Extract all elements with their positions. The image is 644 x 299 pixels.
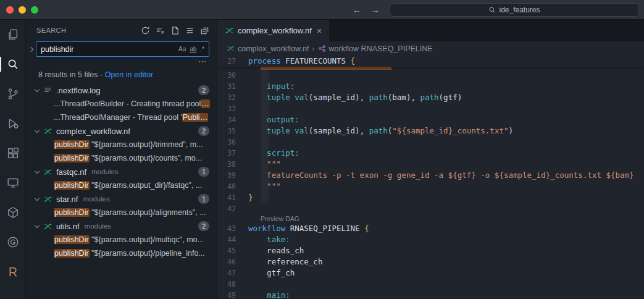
match-count-badge: 1 (198, 167, 209, 177)
remote-explorer-icon[interactable] (6, 175, 20, 190)
search-match-row[interactable]: ...ThreadPoolBuilder - Creating thread p… (26, 97, 217, 111)
toggle-replace-chevron[interactable] (28, 46, 33, 51)
match-highlight: publishDir (54, 140, 90, 149)
code-text: """ (248, 181, 281, 192)
search-match-row[interactable]: publishDir "${params.output}/alignments"… (26, 206, 217, 219)
explorer-icon[interactable] (6, 27, 20, 42)
collapse-all-icon[interactable] (200, 26, 209, 35)
match-count-badge: 2 (198, 126, 209, 136)
close-window-button[interactable] (6, 6, 14, 14)
new-search-editor-icon[interactable] (170, 26, 180, 35)
search-controls: Aa ab .* (26, 41, 217, 57)
match-post-text: "${params.output}/alignments", ... (90, 208, 206, 217)
code-line: 31 input: (217, 81, 644, 92)
sticky-scroll-line[interactable]: 27 process FEATURECOUNTS { (217, 56, 644, 67)
code-text: reads_ch (248, 245, 304, 256)
code-text: take: (248, 234, 290, 245)
source-control-icon[interactable] (6, 86, 20, 101)
regex-toggle[interactable]: .* (198, 45, 206, 53)
code-line: 49 main: (217, 290, 644, 299)
nextflow-file-icon (43, 194, 52, 204)
whole-word-toggle[interactable]: ab (188, 45, 198, 53)
search-match-row[interactable]: publishDir "${params.output}/multiqc", m… (26, 233, 217, 246)
vscode-window: ← → ide_features SEARCH Aa ab .* (0, 0, 644, 299)
search-match-row[interactable]: publishDir "${params.output}/trimmed", m… (26, 138, 217, 151)
twisty-icon[interactable] (35, 86, 40, 91)
match-pre-text: ...ThreadPoolBuilder - Creating thread p… (54, 99, 201, 108)
tab-bar: complex_workflow.nf × (217, 20, 644, 41)
line-number: 27 (217, 56, 248, 67)
search-result-file[interactable]: utils.nfmodules2 (26, 219, 217, 233)
extensions-icon[interactable] (6, 146, 20, 161)
view-as-list-icon[interactable] (185, 26, 194, 35)
zoom-window-button[interactable] (31, 6, 38, 14)
search-result-file[interactable]: complex_workflow.nf2 (26, 124, 217, 138)
code-line: 42 (217, 203, 644, 214)
twisty-icon[interactable] (35, 127, 40, 132)
breadcrumb-separator: › (312, 44, 314, 53)
code-text: output: (248, 114, 299, 125)
navigate-back-button[interactable]: ← (353, 5, 361, 15)
close-tab-button[interactable]: × (316, 26, 323, 36)
workflow-symbol-icon (318, 44, 326, 53)
file-folder-label: modules (83, 195, 109, 203)
file-name: .nextflow.log (56, 86, 101, 95)
line-number: 38 (217, 159, 248, 170)
r-language-icon[interactable] (6, 264, 20, 279)
twisty-icon[interactable] (35, 168, 40, 173)
search-match-row[interactable]: ...ThreadPoolManager - Thread pool 'Publ… (26, 111, 217, 124)
line-number: 37 (217, 148, 248, 159)
search-input[interactable] (41, 45, 177, 54)
navigate-forward-button[interactable]: → (371, 5, 380, 15)
twisty-icon[interactable] (35, 195, 40, 200)
window-controls (6, 6, 38, 14)
line-number: 35 (217, 125, 248, 137)
codelens-preview-dag[interactable]: Preview DAG (217, 214, 644, 223)
code-line: 33 (217, 103, 644, 114)
code-text: """ (248, 159, 281, 170)
code-text: workflow RNASEQ_PIPELINE { (248, 223, 369, 234)
search-icon[interactable] (6, 57, 20, 72)
match-case-toggle[interactable]: Aa (177, 45, 188, 53)
code-line: 44 take: (217, 234, 644, 245)
refresh-icon[interactable] (141, 26, 150, 35)
history-navigation: ← → (353, 5, 380, 15)
command-center-search[interactable]: ide_features (390, 3, 639, 17)
search-result-file[interactable]: fastqc.nfmodules1 (26, 165, 217, 179)
sidebar-title: SEARCH (36, 27, 66, 34)
toggle-search-details[interactable]: ⋯ (198, 59, 206, 66)
minimize-window-button[interactable] (19, 6, 26, 14)
search-result-file[interactable]: .nextflow.log2 (26, 83, 217, 97)
match-post-text: "${params.output}/multiqc", mo... (90, 235, 204, 244)
search-match-row[interactable]: publishDir "${params.output}/pipeline_in… (26, 246, 217, 260)
match-highlight: publishDir (54, 208, 90, 217)
match-highlight: … (201, 99, 210, 108)
search-match-row[interactable]: publishDir "${params.output}/counts", mo… (26, 151, 217, 165)
line-number: 42 (217, 203, 248, 214)
line-number: 33 (217, 103, 248, 114)
search-result-file[interactable]: star.nfmodules1 (26, 192, 217, 206)
breadcrumb-symbol[interactable]: workflow RNASEQ_PIPELINE (329, 44, 433, 53)
nextflow-file-icon (43, 167, 52, 177)
nextflow-file-icon (225, 26, 234, 35)
search-results: .nextflow.log2...ThreadPoolBuilder - Cre… (26, 81, 217, 299)
match-highlight: publishDir (54, 154, 90, 162)
clear-results-icon[interactable] (156, 26, 165, 35)
search-match-row[interactable]: publishDir "${params.output_dir}/fastqc"… (26, 179, 217, 192)
code-text: featureCounts -p -t exon -g gene_id -a $… (248, 170, 634, 181)
search-input-box: Aa ab .* (36, 41, 209, 57)
breadcrumb-file[interactable]: complex_workflow.nf (238, 44, 309, 53)
gitlens-icon[interactable] (6, 235, 20, 250)
code-text: } (248, 192, 253, 203)
tab-complex-workflow[interactable]: complex_workflow.nf × (217, 20, 330, 41)
line-number: 45 (217, 245, 248, 256)
code-area[interactable]: 27 process FEATURECOUNTS { 3031 input:32… (217, 56, 644, 299)
line-number: 40 (217, 181, 248, 192)
line-number: 41 (217, 192, 248, 203)
twisty-icon[interactable] (35, 222, 40, 227)
run-debug-icon[interactable] (6, 116, 20, 131)
open-in-editor-link[interactable]: Open in editor (105, 70, 154, 79)
titlebar: ← → ide_features (0, 0, 644, 20)
match-post-text: "${params.output}/pipeline_info... (90, 249, 205, 258)
container-icon[interactable] (6, 205, 20, 220)
